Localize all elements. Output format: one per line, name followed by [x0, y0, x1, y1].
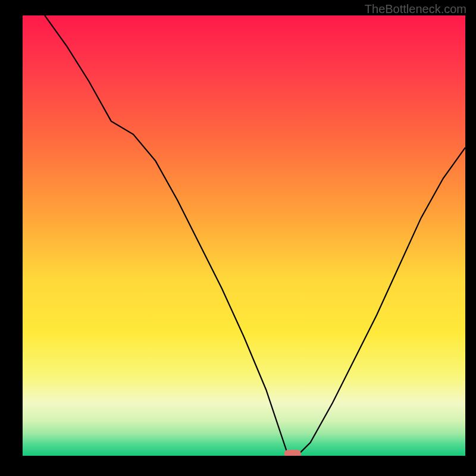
- chart-frame: [23, 15, 465, 456]
- bottleneck-chart: [23, 15, 465, 456]
- watermark-text: TheBottleneck.com: [365, 2, 466, 16]
- optimal-marker: [284, 450, 301, 456]
